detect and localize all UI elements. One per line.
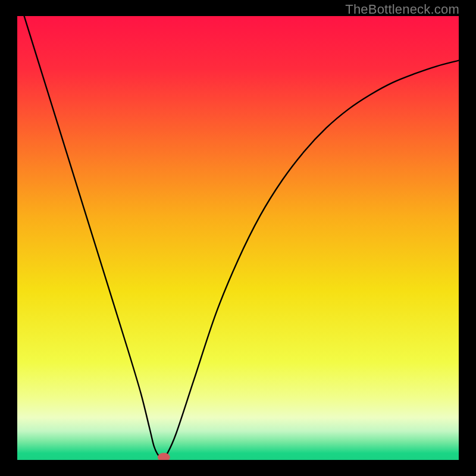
chart-frame: TheBottleneck.com	[0, 0, 476, 476]
bottleneck-chart	[17, 16, 459, 460]
watermark-text: TheBottleneck.com	[345, 2, 459, 17]
plot-area	[17, 16, 459, 460]
